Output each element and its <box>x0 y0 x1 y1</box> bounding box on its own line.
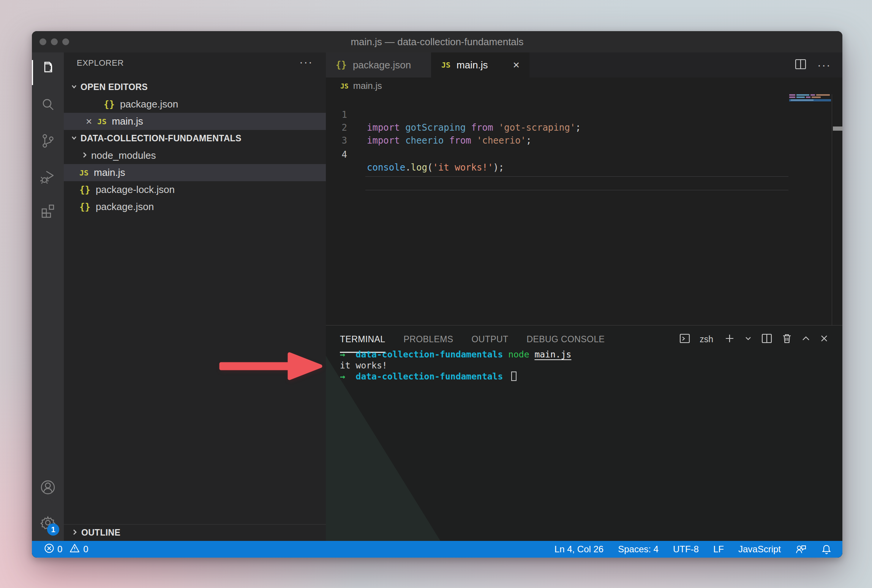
notifications-bell-icon[interactable] <box>821 544 832 555</box>
open-editor-package-json[interactable]: {} package.json <box>64 96 326 113</box>
errors-warnings[interactable]: 0 0 <box>44 543 88 556</box>
current-line-highlight <box>365 176 788 190</box>
split-terminal-icon[interactable] <box>761 333 772 346</box>
js-icon: JS <box>340 82 349 90</box>
js-icon: JS <box>97 117 106 126</box>
indentation[interactable]: Spaces: 4 <box>618 544 659 555</box>
activity-explorer[interactable] <box>32 55 64 83</box>
close-panel-icon[interactable] <box>820 334 829 345</box>
code-line-4: 4 console.log('it works!'); <box>326 135 787 148</box>
scrollbar-slider[interactable] <box>833 126 842 131</box>
json-icon: {} <box>104 99 115 110</box>
open-editor-main-js[interactable]: × JS main.js <box>64 113 326 130</box>
json-icon: {} <box>336 60 347 70</box>
activity-run-debug[interactable] <box>32 164 64 191</box>
outline-section[interactable]: OUTLINE <box>64 524 326 541</box>
terminal-line-output: it works! <box>340 360 387 371</box>
active-indicator <box>32 60 33 85</box>
activity-settings[interactable]: 1 <box>32 510 64 537</box>
account-icon <box>39 479 57 498</box>
vscode-window: main.js — data-collection-fundamentals <box>32 31 842 558</box>
tree-item-package-json[interactable]: {} package.json <box>64 198 326 215</box>
code-line-1: 1 import gotScraping from 'got-scraping'… <box>326 95 787 108</box>
json-icon: {} <box>79 185 90 195</box>
new-terminal-icon[interactable] <box>724 333 735 346</box>
minimap[interactable] <box>789 94 831 106</box>
desktop-background: main.js — data-collection-fundamentals <box>0 0 872 588</box>
breadcrumb-file: main.js <box>353 81 382 91</box>
chevron-down-icon <box>69 133 79 144</box>
cursor-position[interactable]: Ln 4, Col 26 <box>554 544 603 555</box>
editor-scrollbar[interactable] <box>832 94 842 325</box>
code-line-3: 3 <box>326 121 787 134</box>
language-mode[interactable]: JavaScript <box>738 544 781 555</box>
minimap-current-line <box>789 99 831 101</box>
js-icon: JS <box>79 168 88 177</box>
folder-section[interactable]: DATA-COLLECTION-FUNDAMENTALS <box>64 130 326 147</box>
chevron-down-icon <box>69 81 79 93</box>
annotation-arrow <box>211 346 333 386</box>
kill-terminal-icon[interactable] <box>782 333 792 346</box>
tree-item-package-lock-json[interactable]: {} package-lock.json <box>64 181 326 198</box>
explorer-header: EXPLORER ··· <box>64 52 326 74</box>
extensions-icon <box>39 202 56 220</box>
split-editor-icon[interactable] <box>795 58 807 71</box>
warning-icon <box>69 543 80 556</box>
error-icon <box>44 543 54 556</box>
activity-search[interactable] <box>32 92 64 119</box>
open-editors-section[interactable]: OPEN EDITORS <box>64 79 326 96</box>
editor-more-actions-icon[interactable]: ··· <box>817 58 831 71</box>
activity-source-control[interactable] <box>32 128 64 155</box>
chevron-right-icon <box>80 150 90 161</box>
settings-badge: 1 <box>47 523 59 536</box>
editor-tab-bar: {} package.json JS main.js × ··· <box>326 52 842 77</box>
js-icon: JS <box>441 60 450 70</box>
terminal-shell-icon <box>679 333 690 346</box>
breadcrumb[interactable]: JS main.js <box>326 77 842 94</box>
tab-main-js[interactable]: JS main.js × <box>431 52 529 77</box>
maximize-panel-icon[interactable] <box>801 335 810 344</box>
terminal-output[interactable]: → data-collection-fundamentals node main… <box>340 349 835 541</box>
status-bar: 0 0 Ln 4, Col 26 Spaces: 4 UTF-8 LF Java… <box>32 541 842 558</box>
terminal-dropdown-icon[interactable] <box>744 335 752 344</box>
feedback-icon[interactable] <box>795 544 807 555</box>
code-editor[interactable]: 1 import gotScraping from 'got-scraping'… <box>326 94 787 325</box>
activity-extensions[interactable] <box>32 197 64 224</box>
panel: TERMINAL PROBLEMS OUTPUT DEBUG CONSOLE z… <box>326 325 842 541</box>
editor-group: {} package.json JS main.js × ··· <box>326 52 842 541</box>
close-tab-icon[interactable]: × <box>513 58 520 71</box>
explorer-more-icon[interactable]: ··· <box>299 52 313 71</box>
activity-account[interactable] <box>32 474 64 502</box>
explorer-sidebar: EXPLORER ··· OPEN EDITORS {} package.jso… <box>64 52 326 541</box>
search-icon <box>39 96 56 115</box>
source-control-icon <box>39 133 56 151</box>
encoding[interactable]: UTF-8 <box>673 544 699 555</box>
tab-package-json[interactable]: {} package.json <box>326 52 431 77</box>
terminal-line-command: → data-collection-fundamentals node main… <box>340 349 571 360</box>
json-icon: {} <box>79 202 90 212</box>
title-bar: main.js — data-collection-fundamentals <box>32 31 842 52</box>
chevron-right-icon <box>70 528 80 537</box>
terminal-line-prompt: → data-collection-fundamentals <box>340 371 517 382</box>
close-icon[interactable]: × <box>86 115 92 128</box>
activity-bar: 1 <box>32 52 64 541</box>
shell-label[interactable]: zsh <box>700 334 713 345</box>
tree-item-node-modules[interactable]: node_modules <box>64 147 326 164</box>
eol-sequence[interactable]: LF <box>713 544 724 555</box>
explorer-title: EXPLORER <box>77 52 124 74</box>
run-debug-icon <box>39 168 56 187</box>
code-line-2: 2 import cheerio from 'cheerio'; <box>326 108 787 121</box>
tree-item-main-js[interactable]: JS main.js <box>64 164 326 181</box>
files-icon <box>39 60 56 78</box>
window-title: main.js — data-collection-fundamentals <box>32 31 842 52</box>
